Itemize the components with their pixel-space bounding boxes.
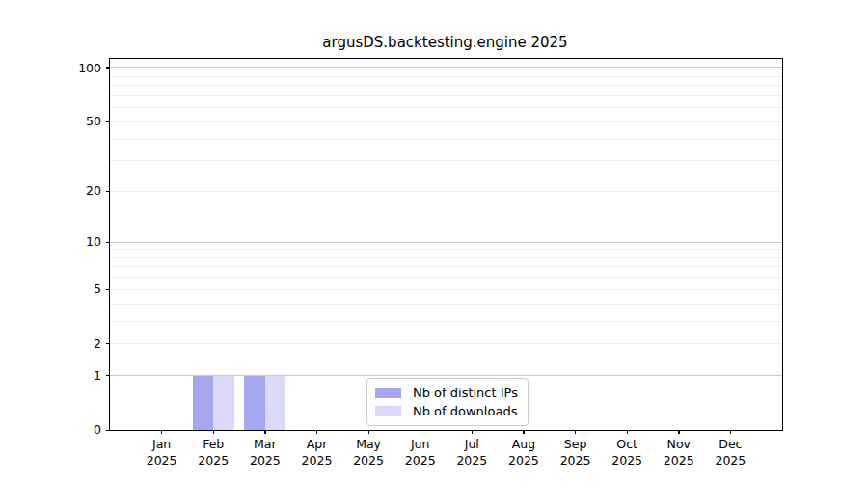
y-tick-mark: [106, 242, 110, 243]
y-tick-mark: [106, 191, 110, 192]
x-tick-year: 2025: [508, 452, 539, 469]
x-tick-year: 2025: [664, 452, 694, 469]
x-tick-month: Jun: [405, 436, 436, 452]
y-gridline-minor: [110, 266, 782, 267]
x-tick-mark: [316, 430, 317, 434]
y-tick-mark: [106, 343, 110, 344]
figure: argusDS.backtesting.engine 2025 Nb of di…: [0, 0, 868, 482]
x-tick-label: Dec2025: [715, 436, 746, 469]
y-gridline-minor: [110, 107, 782, 108]
y-tick-mark: [106, 375, 110, 376]
x-tick-label: Jul2025: [456, 436, 487, 469]
legend-item-distinct-ips: Nb of distinct IPs: [375, 384, 520, 402]
y-gridline-minor: [110, 191, 782, 192]
legend-label-distinct-ips: Nb of distinct IPs: [413, 386, 518, 400]
bar-nb-of-distinct-ips-mar: [244, 376, 264, 430]
y-gridline-minor: [110, 139, 782, 140]
x-tick-month: Oct: [611, 436, 642, 452]
legend-item-downloads: Nb of downloads: [375, 402, 520, 420]
y-tick-label: 20: [86, 183, 101, 199]
x-tick-year: 2025: [302, 452, 333, 469]
bar-nb-of-downloads-mar: [265, 376, 285, 430]
x-tick-mark: [213, 430, 214, 434]
y-gridline-minor: [110, 85, 782, 86]
x-tick-month: Dec: [715, 436, 746, 452]
y-tick-mark: [106, 289, 110, 290]
x-tick-mark: [368, 430, 369, 434]
bar-nb-of-distinct-ips-feb: [193, 376, 213, 430]
y-tick-label: 1: [94, 368, 101, 384]
x-tick-mark: [678, 430, 679, 434]
y-tick-label: 2: [94, 336, 101, 352]
x-tick-label: May2025: [353, 436, 384, 469]
x-tick-year: 2025: [560, 452, 591, 469]
x-tick-year: 2025: [147, 452, 177, 469]
y-gridline-minor: [110, 160, 782, 161]
chart-title: argusDS.backtesting.engine 2025: [109, 34, 781, 51]
x-tick-mark: [472, 430, 473, 434]
y-gridline-minor: [110, 343, 782, 344]
y-gridline-minor: [110, 289, 782, 290]
legend: Nb of distinct IPs Nb of downloads: [366, 378, 529, 426]
y-gridline-minor: [110, 304, 782, 305]
y-tick-label: 0: [94, 422, 101, 438]
x-tick-mark: [730, 430, 731, 434]
y-tick-label: 100: [78, 61, 101, 76]
legend-label-downloads: Nb of downloads: [413, 404, 517, 418]
y-gridline-major: [110, 67, 782, 68]
y-tick-mark: [106, 67, 110, 68]
x-tick-month: Jan: [147, 436, 177, 452]
y-tick-label: 5: [94, 281, 101, 297]
y-gridline-minor: [110, 321, 782, 322]
y-tick-mark: [106, 121, 110, 122]
x-tick-label: Apr2025: [302, 436, 333, 469]
x-tick-mark: [627, 430, 628, 434]
x-tick-year: 2025: [405, 452, 436, 469]
x-tick-mark: [523, 430, 524, 434]
x-tick-label: Feb2025: [198, 436, 229, 469]
x-tick-label: Mar2025: [250, 436, 281, 469]
legend-swatch-distinct-ips-icon: [375, 388, 401, 398]
x-tick-year: 2025: [250, 452, 281, 469]
y-gridline-minor: [110, 277, 782, 278]
y-gridline-minor: [110, 257, 782, 258]
x-tick-month: Nov: [664, 436, 694, 452]
x-tick-year: 2025: [198, 452, 229, 469]
x-tick-month: Feb: [198, 436, 229, 452]
y-tick-mark: [106, 430, 110, 431]
x-tick-month: Sep: [560, 436, 591, 452]
x-tick-mark: [264, 430, 265, 434]
x-tick-year: 2025: [715, 452, 746, 469]
x-tick-label: Nov2025: [664, 436, 694, 469]
x-tick-month: Jul: [456, 436, 487, 452]
x-tick-month: Apr: [302, 436, 333, 452]
x-tick-label: Oct2025: [611, 436, 642, 469]
y-gridline-minor: [110, 76, 782, 77]
x-tick-year: 2025: [456, 452, 487, 469]
plot-area: Nb of distinct IPs Nb of downloads 01251…: [109, 58, 783, 431]
x-tick-month: Mar: [250, 436, 281, 452]
y-gridline-minor: [110, 95, 782, 96]
y-tick-label: 50: [86, 114, 101, 129]
x-tick-mark: [161, 430, 162, 434]
y-gridline-minor: [110, 249, 782, 250]
x-tick-label: Aug2025: [508, 436, 539, 469]
x-tick-year: 2025: [353, 452, 384, 469]
y-tick-label: 10: [86, 234, 101, 250]
x-tick-month: Aug: [508, 436, 539, 452]
x-tick-month: May: [353, 436, 384, 452]
x-tick-mark: [575, 430, 576, 434]
x-tick-mark: [420, 430, 420, 434]
x-tick-label: Jan2025: [147, 436, 177, 469]
y-gridline-major: [110, 242, 782, 243]
x-tick-label: Sep2025: [560, 436, 591, 469]
y-gridline-minor: [110, 121, 782, 122]
legend-swatch-downloads-icon: [375, 406, 401, 416]
x-tick-label: Jun2025: [405, 436, 436, 469]
x-tick-year: 2025: [611, 452, 642, 469]
bar-nb-of-downloads-feb: [213, 376, 233, 430]
